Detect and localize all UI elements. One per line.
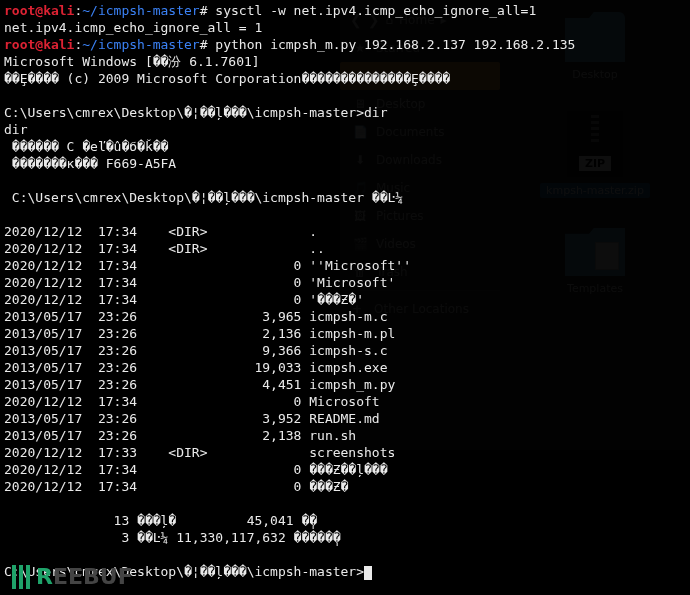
prompt-user: root — [4, 37, 35, 52]
terminal-output: 13 ���ļ� 45,041 �ֽ� — [4, 513, 317, 528]
terminal-output: ������ C �еľ�û�б�ǩ�� — [4, 139, 168, 154]
prompt-host: kali — [43, 3, 74, 18]
terminal-output: net.ipv4.icmp_echo_ignore_all = 1 — [4, 20, 262, 35]
prompt-hash: # — [200, 3, 208, 18]
command-text: python icmpsh_m.py 192.168.2.137 192.168… — [208, 37, 576, 52]
cursor[interactable] — [364, 566, 372, 580]
prompt-user: root — [4, 3, 35, 18]
freebuf-logo: REEBUF — [12, 564, 133, 589]
prompt-at: @ — [35, 37, 43, 52]
prompt-at: @ — [35, 3, 43, 18]
prompt-path: ~/icmpsh-master — [82, 37, 199, 52]
logo-bars-icon — [12, 565, 30, 589]
logo-text: REEBUF — [36, 564, 133, 589]
prompt-path: ~/icmpsh-master — [82, 3, 199, 18]
command-text: sysctl -w net.ipv4.icmp_echo_ignore_all=… — [208, 3, 537, 18]
terminal-output: �������к��� F669-A5FA — [4, 156, 176, 171]
terminal-output: ��Ȩ���� (c) 2009 Microsoft Corporation��… — [4, 71, 450, 86]
prompt-host: kali — [43, 37, 74, 52]
terminal-window[interactable]: root@kali:~/icmpsh-master# sysctl -w net… — [0, 0, 690, 560]
terminal-output: 3 ��Ŀ¼ 11,330,117,632 �����ֽ� — [4, 530, 341, 545]
dir-listing: 2020/12/12 17:34 <DIR> . 2020/12/12 17:3… — [4, 224, 411, 494]
terminal-output: C:\Users\cmrex\Desktop\�¦��ļ���\icmpsh-m… — [4, 105, 388, 120]
terminal-output: Microsoft Windows [��汾 6.1.7601] — [4, 54, 260, 69]
terminal-output: dir — [4, 122, 27, 137]
terminal-output: C:\Users\cmrex\Desktop\�¦��ļ���\icmpsh-m… — [4, 190, 403, 205]
prompt-hash: # — [200, 37, 208, 52]
